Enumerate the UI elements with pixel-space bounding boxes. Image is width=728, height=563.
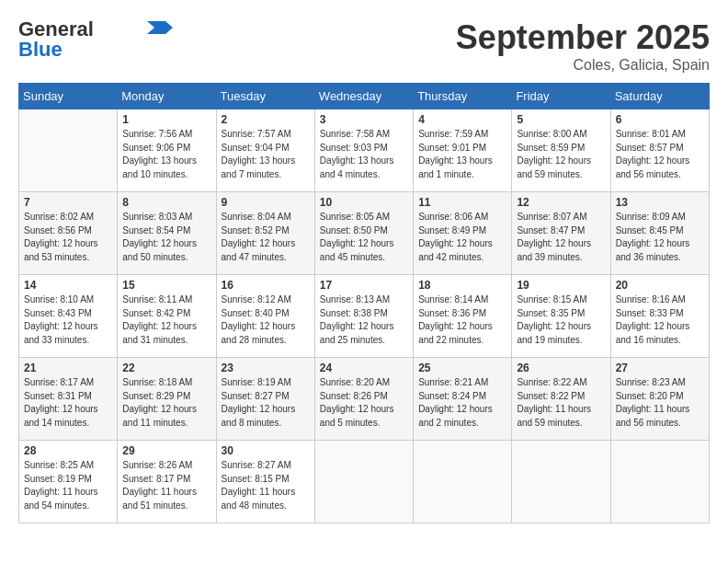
calendar-cell: 19Sunrise: 8:15 AM Sunset: 8:35 PM Dayli… xyxy=(512,275,610,358)
calendar-cell: 13Sunrise: 8:09 AM Sunset: 8:45 PM Dayli… xyxy=(610,192,709,275)
day-number: 15 xyxy=(122,279,210,292)
calendar-cell: 21Sunrise: 8:17 AM Sunset: 8:31 PM Dayli… xyxy=(19,358,118,441)
calendar-cell: 16Sunrise: 8:12 AM Sunset: 8:40 PM Dayli… xyxy=(216,275,314,358)
calendar-cell: 11Sunrise: 8:06 AM Sunset: 8:49 PM Dayli… xyxy=(414,192,512,275)
day-info: Sunrise: 8:04 AM Sunset: 8:52 PM Dayligh… xyxy=(222,211,310,264)
day-info: Sunrise: 8:06 AM Sunset: 8:49 PM Dayligh… xyxy=(418,211,506,264)
calendar-cell: 4Sunrise: 7:59 AM Sunset: 9:01 PM Daylig… xyxy=(414,109,512,192)
day-info: Sunrise: 7:56 AM Sunset: 9:06 PM Dayligh… xyxy=(122,128,210,181)
calendar-cell: 12Sunrise: 8:07 AM Sunset: 8:47 PM Dayli… xyxy=(512,192,610,275)
day-info: Sunrise: 8:27 AM Sunset: 8:15 PM Dayligh… xyxy=(222,459,310,512)
calendar-cell: 22Sunrise: 8:18 AM Sunset: 8:29 PM Dayli… xyxy=(118,358,216,441)
day-number: 13 xyxy=(616,196,704,209)
calendar-table: SundayMondayTuesdayWednesdayThursdayFrid… xyxy=(18,83,710,523)
day-number: 3 xyxy=(320,113,408,126)
calendar-cell: 28Sunrise: 8:25 AM Sunset: 8:19 PM Dayli… xyxy=(19,441,118,523)
day-number: 27 xyxy=(616,362,704,374)
day-number: 6 xyxy=(616,113,704,126)
day-number: 14 xyxy=(24,279,112,292)
day-number: 30 xyxy=(222,444,310,457)
weekday-header-saturday: Saturday xyxy=(610,84,709,109)
day-info: Sunrise: 8:02 AM Sunset: 8:56 PM Dayligh… xyxy=(24,211,112,264)
day-info: Sunrise: 8:03 AM Sunset: 8:54 PM Dayligh… xyxy=(122,211,210,264)
day-info: Sunrise: 8:25 AM Sunset: 8:19 PM Dayligh… xyxy=(24,459,112,512)
day-number: 4 xyxy=(418,113,506,126)
day-info: Sunrise: 8:22 AM Sunset: 8:22 PM Dayligh… xyxy=(517,376,605,430)
calendar-cell: 24Sunrise: 8:20 AM Sunset: 8:26 PM Dayli… xyxy=(314,358,413,441)
day-number: 21 xyxy=(24,362,112,374)
day-info: Sunrise: 8:07 AM Sunset: 8:47 PM Dayligh… xyxy=(517,211,605,264)
day-number: 17 xyxy=(320,279,408,292)
week-row-3: 14Sunrise: 8:10 AM Sunset: 8:43 PM Dayli… xyxy=(19,275,710,358)
calendar-cell: 30Sunrise: 8:27 AM Sunset: 8:15 PM Dayli… xyxy=(216,441,314,523)
month-year-title: September 2025 xyxy=(456,18,710,57)
day-number: 25 xyxy=(418,362,506,374)
day-number: 28 xyxy=(24,444,112,457)
calendar-cell: 18Sunrise: 8:14 AM Sunset: 8:36 PM Dayli… xyxy=(414,275,512,358)
day-info: Sunrise: 8:23 AM Sunset: 8:20 PM Dayligh… xyxy=(616,376,704,430)
logo-arrow-icon xyxy=(147,21,173,34)
calendar-cell: 27Sunrise: 8:23 AM Sunset: 8:20 PM Dayli… xyxy=(610,358,709,441)
weekday-header-friday: Friday xyxy=(512,84,610,109)
week-row-1: 1Sunrise: 7:56 AM Sunset: 9:06 PM Daylig… xyxy=(19,109,710,192)
calendar-cell: 5Sunrise: 8:00 AM Sunset: 8:59 PM Daylig… xyxy=(512,109,610,192)
weekday-header-tuesday: Tuesday xyxy=(216,84,314,109)
calendar-cell xyxy=(512,441,610,523)
day-number: 18 xyxy=(418,279,506,292)
day-number: 10 xyxy=(320,196,408,209)
logo-blue-text: Blue xyxy=(18,39,63,61)
calendar-cell: 2Sunrise: 7:57 AM Sunset: 9:04 PM Daylig… xyxy=(216,109,314,192)
day-info: Sunrise: 8:10 AM Sunset: 8:43 PM Dayligh… xyxy=(24,293,112,347)
day-info: Sunrise: 8:15 AM Sunset: 8:35 PM Dayligh… xyxy=(517,293,605,347)
weekday-header-wednesday: Wednesday xyxy=(314,84,413,109)
day-number: 12 xyxy=(517,196,605,209)
day-number: 11 xyxy=(418,196,506,209)
day-info: Sunrise: 8:01 AM Sunset: 8:57 PM Dayligh… xyxy=(616,128,704,181)
day-info: Sunrise: 8:16 AM Sunset: 8:33 PM Dayligh… xyxy=(616,293,704,347)
location-subtitle: Coles, Galicia, Spain xyxy=(456,57,710,74)
calendar-cell: 8Sunrise: 8:03 AM Sunset: 8:54 PM Daylig… xyxy=(118,192,216,275)
calendar-cell: 14Sunrise: 8:10 AM Sunset: 8:43 PM Dayli… xyxy=(19,275,118,358)
svg-marker-0 xyxy=(147,21,173,34)
day-number: 23 xyxy=(222,362,310,374)
calendar-cell: 23Sunrise: 8:19 AM Sunset: 8:27 PM Dayli… xyxy=(216,358,314,441)
day-info: Sunrise: 7:59 AM Sunset: 9:01 PM Dayligh… xyxy=(418,128,506,181)
day-info: Sunrise: 8:26 AM Sunset: 8:17 PM Dayligh… xyxy=(122,459,210,512)
day-number: 20 xyxy=(616,279,704,292)
day-number: 8 xyxy=(122,196,210,209)
day-number: 22 xyxy=(122,362,210,374)
day-number: 2 xyxy=(222,113,310,126)
day-number: 26 xyxy=(517,362,605,374)
day-info: Sunrise: 7:58 AM Sunset: 9:03 PM Dayligh… xyxy=(320,128,408,181)
title-block: September 2025 Coles, Galicia, Spain xyxy=(456,18,710,74)
day-info: Sunrise: 8:11 AM Sunset: 8:42 PM Dayligh… xyxy=(122,293,210,347)
calendar-cell: 9Sunrise: 8:04 AM Sunset: 8:52 PM Daylig… xyxy=(216,192,314,275)
calendar-cell: 20Sunrise: 8:16 AM Sunset: 8:33 PM Dayli… xyxy=(610,275,709,358)
day-number: 1 xyxy=(122,113,210,126)
calendar-cell xyxy=(414,441,512,523)
logo: General Blue xyxy=(18,18,173,61)
day-number: 9 xyxy=(222,196,310,209)
day-info: Sunrise: 8:19 AM Sunset: 8:27 PM Dayligh… xyxy=(222,376,310,430)
day-number: 5 xyxy=(517,113,605,126)
calendar-cell: 1Sunrise: 7:56 AM Sunset: 9:06 PM Daylig… xyxy=(118,109,216,192)
page-header: General Blue September 2025 Coles, Galic… xyxy=(18,18,710,74)
day-number: 19 xyxy=(517,279,605,292)
calendar-cell xyxy=(19,109,118,192)
day-info: Sunrise: 8:05 AM Sunset: 8:50 PM Dayligh… xyxy=(320,211,408,264)
weekday-header-monday: Monday xyxy=(118,84,216,109)
calendar-cell: 17Sunrise: 8:13 AM Sunset: 8:38 PM Dayli… xyxy=(314,275,413,358)
week-row-5: 28Sunrise: 8:25 AM Sunset: 8:19 PM Dayli… xyxy=(19,441,710,523)
day-info: Sunrise: 8:17 AM Sunset: 8:31 PM Dayligh… xyxy=(24,376,112,430)
calendar-cell: 26Sunrise: 8:22 AM Sunset: 8:22 PM Dayli… xyxy=(512,358,610,441)
weekday-header-thursday: Thursday xyxy=(414,84,512,109)
day-number: 29 xyxy=(122,444,210,457)
day-info: Sunrise: 8:14 AM Sunset: 8:36 PM Dayligh… xyxy=(418,293,506,347)
calendar-cell: 10Sunrise: 8:05 AM Sunset: 8:50 PM Dayli… xyxy=(314,192,413,275)
day-info: Sunrise: 7:57 AM Sunset: 9:04 PM Dayligh… xyxy=(222,128,310,181)
day-info: Sunrise: 8:21 AM Sunset: 8:24 PM Dayligh… xyxy=(418,376,506,430)
calendar-cell: 29Sunrise: 8:26 AM Sunset: 8:17 PM Dayli… xyxy=(118,441,216,523)
weekday-header-sunday: Sunday xyxy=(19,84,118,109)
calendar-cell xyxy=(610,441,709,523)
day-number: 7 xyxy=(24,196,112,209)
